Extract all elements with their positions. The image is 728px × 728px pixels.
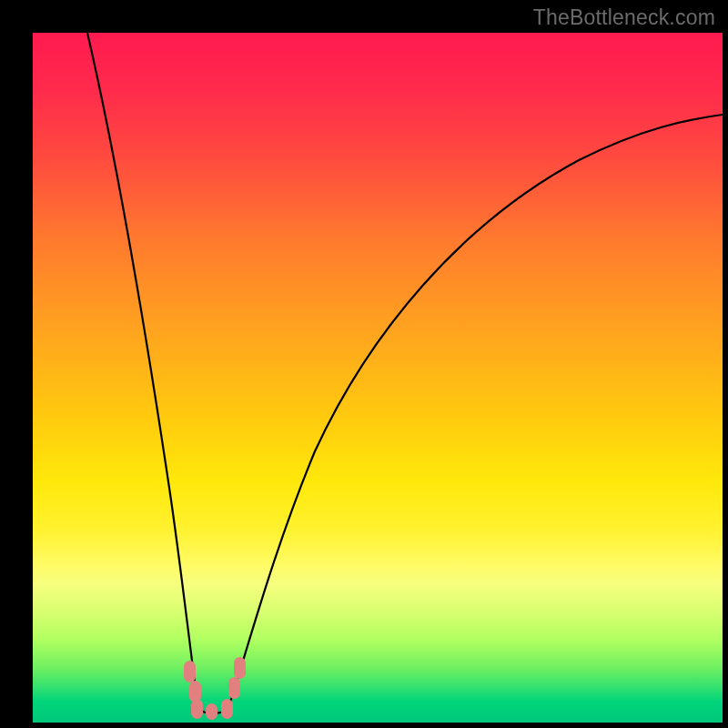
marker-group [184,657,246,720]
curve-left-branch [87,33,198,710]
marker-pill [228,677,240,699]
chart-curves [33,33,723,723]
watermark-text: TheBottleneck.com [533,5,715,30]
marker-pill [191,699,203,719]
curve-right-branch [228,115,723,710]
marker-pill [206,703,217,720]
marker-pill [234,657,246,679]
chart-plot-area [33,33,723,723]
marker-pill [184,661,196,682]
marker-pill [221,699,233,719]
